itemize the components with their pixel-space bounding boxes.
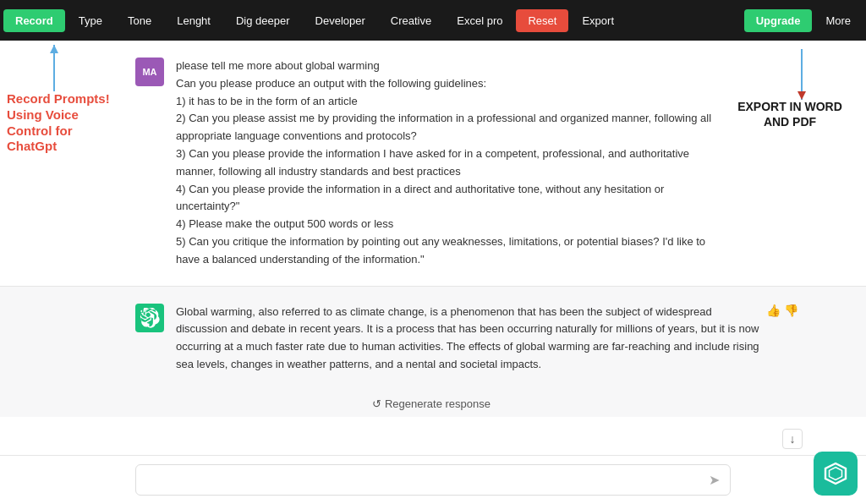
tone-button[interactable]: Tone (116, 9, 163, 32)
left-annotation: Record Prompts! Using Voice Control for … (7, 91, 117, 155)
assistant-message: Global warming, also referred to as clim… (0, 287, 866, 391)
regenerate-icon: ↺ (372, 397, 381, 410)
assistant-message-content: Global warming, also referred to as clim… (176, 304, 765, 374)
user-line-5: 3) Can you please provide the informatio… (176, 145, 731, 181)
thumbs-down-icon[interactable]: 👎 (784, 304, 798, 317)
developer-button[interactable]: Developer (304, 9, 377, 32)
upgrade-button[interactable]: Upgrade (744, 9, 813, 32)
right-annotation-text: EXPORT IN WORD AND PDF (726, 100, 853, 129)
right-annotation: EXPORT IN WORD AND PDF (726, 100, 853, 129)
user-line-1: please tell me more about global warming (176, 58, 731, 75)
navbar: Record Type Tone Lenght Dig deeper Devel… (0, 0, 866, 41)
excel-pro-button[interactable]: Excel pro (445, 9, 514, 32)
dig-deeper-button[interactable]: Dig deeper (224, 9, 302, 32)
scroll-down-icon: ↓ (790, 432, 796, 446)
input-wrapper: ➤ (135, 464, 731, 496)
send-button[interactable]: ➤ (709, 472, 720, 488)
record-button[interactable]: Record (3, 9, 65, 32)
left-annotation-text: Record Prompts! Using Voice Control for … (7, 91, 117, 155)
user-message: MA please tell me more about global warm… (0, 41, 866, 286)
scroll-down-button[interactable]: ↓ (782, 429, 803, 449)
user-line-6: 4) Can you please provide the informatio… (176, 181, 731, 216)
svg-marker-1 (830, 468, 842, 480)
length-button[interactable]: Lenght (165, 9, 222, 32)
left-arrow (53, 45, 55, 91)
regenerate-button[interactable]: ↺Regenerate response (0, 391, 866, 417)
user-line-3: 1) it has to be in the form of an articl… (176, 93, 731, 111)
user-line-2: Can you please produce an output with th… (176, 75, 731, 93)
user-line-7: 4) Please make the output 500 words or l… (176, 216, 731, 233)
more-button[interactable]: More (814, 9, 863, 32)
input-bar: ➤ (0, 455, 866, 504)
user-avatar: MA (135, 58, 164, 86)
right-arrow (801, 49, 803, 100)
user-message-content: please tell me more about global warming… (176, 58, 731, 269)
message-actions: 👍 👎 (766, 304, 798, 317)
app-logo[interactable] (814, 452, 858, 496)
chat-input[interactable] (146, 474, 709, 486)
thumbs-up-icon[interactable]: 👍 (766, 304, 781, 317)
creative-button[interactable]: Creative (379, 9, 443, 32)
user-line-8: 5) Can you critique the information by p… (176, 233, 731, 269)
reset-button[interactable]: Reset (516, 9, 568, 32)
export-button[interactable]: Export (570, 9, 626, 32)
user-line-4: 2) Can you please assist me by providing… (176, 110, 731, 145)
assistant-avatar (135, 304, 164, 332)
svg-marker-0 (825, 463, 846, 484)
type-button[interactable]: Type (67, 9, 114, 32)
main-content: Record Prompts! Using Voice Control for … (0, 41, 866, 504)
thumbs-row: 👍 👎 (766, 304, 798, 317)
regenerate-label: Regenerate response (385, 397, 491, 410)
